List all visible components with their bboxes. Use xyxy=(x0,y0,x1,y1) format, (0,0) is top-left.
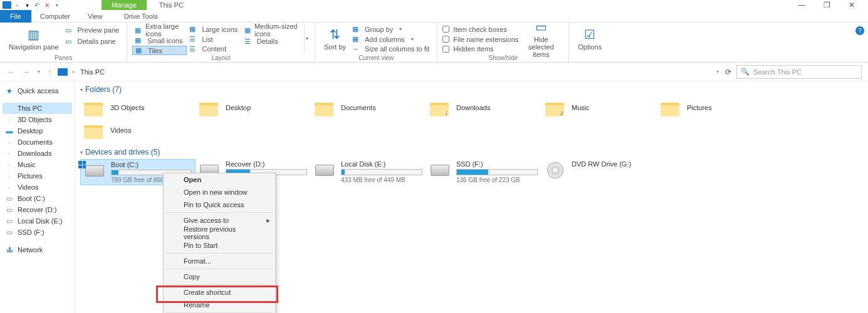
folder-tile[interactable]: ♪ Music xyxy=(541,96,657,119)
sidebar-item-downloads[interactable]: ▫Downloads xyxy=(3,148,72,159)
preview-pane-button[interactable]: ▭Preview pane xyxy=(63,25,122,35)
folder-badge-icon: ♪ xyxy=(557,108,567,118)
sidebar-item-3d-objects[interactable]: ▫3D Objects xyxy=(3,114,72,125)
sort-icon: ⇅ xyxy=(330,27,340,42)
folder-tile[interactable]: Documents xyxy=(311,96,426,119)
details-view-button[interactable]: ☰Details xyxy=(242,36,301,46)
hidden-items-toggle[interactable]: Hidden items xyxy=(442,44,518,53)
qat-dropdown-icon[interactable]: ▾ xyxy=(53,1,61,9)
item-check-boxes-toggle[interactable]: Item check boxes xyxy=(442,25,518,34)
folder-tile[interactable]: Desktop xyxy=(196,96,311,119)
add-columns-button[interactable]: ▦Add columns▾ xyxy=(350,35,432,44)
view-tab[interactable]: View xyxy=(79,10,112,23)
sidebar-label: Network xyxy=(18,246,43,254)
up-button[interactable]: ↑ xyxy=(46,68,53,76)
checkbox-icon[interactable] xyxy=(442,46,449,53)
group-icon: ▦ xyxy=(352,25,361,33)
large-icons-button[interactable]: ▦Large icons xyxy=(187,25,241,34)
doc-icon[interactable]: ▫ xyxy=(13,1,21,9)
large-icons-label: Large icons xyxy=(202,26,238,33)
sidebar-item-quick-access[interactable]: ★Quick access xyxy=(3,85,72,96)
sidebar-item-recover-d[interactable]: ▭Recover (D:) xyxy=(3,204,72,215)
sidebar-item-pictures[interactable]: ▫Pictures xyxy=(3,170,72,182)
minimize-button[interactable]: — xyxy=(797,1,807,9)
list-button[interactable]: ☰List xyxy=(187,35,241,44)
folder-tile[interactable]: ↓ Downloads xyxy=(426,96,541,119)
drive-tile[interactable]: Local Disk (E:) 433 MB free of 449 MB xyxy=(311,159,426,185)
extra-large-icons-button[interactable]: ▦Extra large icons xyxy=(132,25,187,35)
folder-icon: ♪ xyxy=(545,99,565,116)
help-button[interactable]: ? xyxy=(855,26,864,35)
size-columns-button[interactable]: ↔Size all columns to fit xyxy=(350,44,432,53)
refresh-button[interactable]: ⟳ xyxy=(725,68,731,76)
context-menu-item[interactable]: Open in new window xyxy=(164,186,275,198)
hidden-items-label: Hidden items xyxy=(453,45,493,53)
sidebar-item-local-e[interactable]: ▭Local Disk (E:) xyxy=(3,215,72,227)
options-button[interactable]: ☑ Options xyxy=(574,24,605,53)
folder-tile[interactable]: Videos xyxy=(80,119,196,141)
folder-tile[interactable]: Pictures xyxy=(657,96,772,119)
context-menu-item[interactable]: Rename xyxy=(164,299,275,311)
sidebar-item-this-pc[interactable]: This PC xyxy=(3,103,72,114)
search-input[interactable]: 🔍 Search This PC xyxy=(736,65,862,79)
address-dropdown[interactable]: ▾ xyxy=(715,69,720,74)
computer-tab[interactable]: Computer xyxy=(31,10,79,23)
breadcrumb[interactable]: This PC xyxy=(80,68,105,76)
location-icon xyxy=(58,68,68,76)
sidebar-item-desktop[interactable]: ▬Desktop xyxy=(3,125,72,136)
context-menu-item[interactable]: Pin to Quick access xyxy=(164,198,275,211)
context-menu: OpenOpen in new windowPin to Quick acces… xyxy=(163,173,276,313)
file-tab[interactable]: File xyxy=(0,10,31,23)
navigation-pane-button[interactable]: ▥ Navigation pane xyxy=(5,24,63,53)
sidebar-item-network[interactable]: 🖧Network xyxy=(3,244,72,255)
context-menu-item[interactable]: Give access to▶ xyxy=(164,214,275,227)
recent-dropdown[interactable]: ▾ xyxy=(36,69,41,74)
medium-icons-button[interactable]: ▦Medium-sized icons xyxy=(242,25,301,35)
layout-more-button[interactable]: ▾ xyxy=(304,24,310,53)
context-menu-item[interactable]: Create shortcut xyxy=(164,286,275,299)
tiles-button[interactable]: ▦Tiles xyxy=(132,46,187,55)
drive-tile[interactable]: DVD RW Drive (G:) xyxy=(541,159,657,185)
group-by-button[interactable]: ▦Group by▾ xyxy=(350,25,432,34)
ribbon-tabs: File Computer View Drive Tools xyxy=(0,10,868,23)
menu-separator xyxy=(166,284,273,285)
props-icon[interactable]: ▾ xyxy=(23,1,31,9)
chevron-right-icon[interactable]: ▸ xyxy=(73,69,75,74)
file-ext-label: File name extensions xyxy=(453,36,518,43)
folders-section-header[interactable]: ▾ Folders (7) xyxy=(75,84,868,95)
sort-by-button[interactable]: ⇅ Sort by xyxy=(320,24,350,53)
close-icon[interactable]: ✕ xyxy=(43,1,51,9)
folder-tile[interactable]: 3D Objects xyxy=(80,96,196,119)
sidebar-item-boot-c[interactable]: ▭Boot (C:) xyxy=(3,193,72,204)
drive-tools-tab[interactable]: Drive Tools xyxy=(115,10,167,23)
content-button[interactable]: ☰Content xyxy=(187,44,241,53)
file-extensions-toggle[interactable]: File name extensions xyxy=(442,35,518,44)
close-button[interactable]: ✕ xyxy=(847,1,857,9)
context-menu-item[interactable]: Restore previous versions xyxy=(164,227,275,239)
context-menu-item[interactable]: Copy xyxy=(164,270,275,283)
checkbox-icon[interactable] xyxy=(442,36,449,43)
drive-icon xyxy=(545,160,565,180)
back-button[interactable]: ← xyxy=(6,68,16,76)
sidebar-item-music[interactable]: ▫Music xyxy=(3,159,72,170)
maximize-button[interactable]: ❐ xyxy=(822,1,832,9)
search-icon: 🔍 xyxy=(741,68,750,76)
context-menu-item[interactable]: Open xyxy=(164,173,275,186)
devices-section-header[interactable]: ▾ Devices and drives (5) xyxy=(75,146,868,158)
hide-selected-button[interactable]: ▭ Hide selected items xyxy=(518,24,563,53)
undo-icon[interactable]: ↶ xyxy=(33,1,41,9)
sidebar-label: 3D Objects xyxy=(18,116,51,123)
sidebar-item-documents[interactable]: ▫Documents xyxy=(3,136,72,148)
sidebar-item-videos[interactable]: ▫Videos xyxy=(3,182,72,193)
folder-name: Desktop xyxy=(226,104,251,111)
small-icons-button[interactable]: ▦Small icons xyxy=(132,36,187,44)
manage-context-tab[interactable]: Manage xyxy=(102,0,147,10)
context-menu-item[interactable]: Format... xyxy=(164,255,275,267)
forward-button[interactable]: → xyxy=(21,68,31,76)
details-pane-button[interactable]: ▭Details pane xyxy=(63,36,122,46)
sidebar-item-ssd-f[interactable]: ▭SSD (F:) xyxy=(3,227,72,238)
drive-tile[interactable]: SSD (F:) 136 GB free of 223 GB xyxy=(426,159,541,185)
checkbox-icon[interactable] xyxy=(442,26,449,33)
context-menu-item[interactable]: Pin to Start xyxy=(164,239,275,252)
details-icon: ☰ xyxy=(244,38,253,46)
